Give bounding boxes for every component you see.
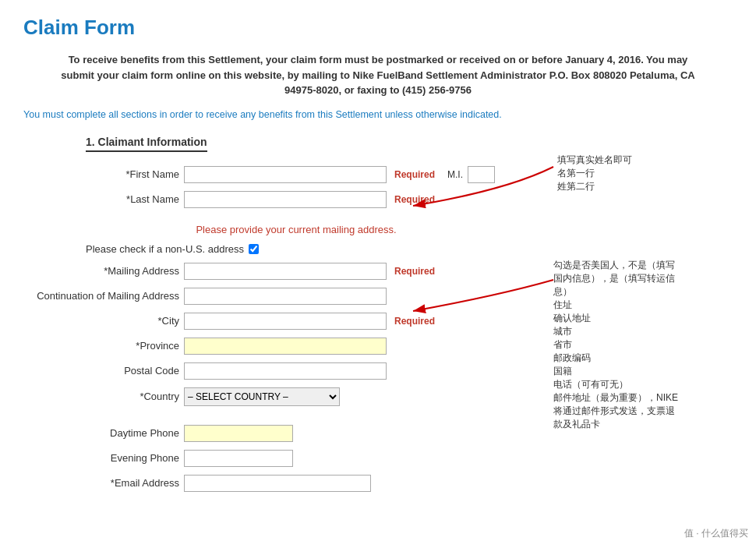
first-name-required: Required [394, 169, 435, 180]
city-row: *City Required [23, 313, 569, 330]
city-input[interactable] [184, 313, 387, 330]
mailing-address-input[interactable] [184, 263, 387, 280]
non-us-label: Please check if a non-U.S. address [86, 243, 244, 255]
postal-code-row: Postal Code [23, 362, 569, 380]
evening-phone-input[interactable] [184, 450, 293, 467]
province-row: *Province [23, 338, 569, 355]
first-name-row: *First Name Required M.I. [23, 166, 569, 183]
svg-text:将通过邮件形式发送，支票退: 将通过邮件形式发送，支票退 [553, 405, 675, 416]
svg-text:填写真实姓名即可: 填写真实姓名即可 [556, 154, 632, 165]
country-select[interactable]: – SELECT COUNTRY – [184, 387, 340, 406]
daytime-phone-label: Daytime Phone [23, 427, 179, 439]
last-name-label: *Last Name [23, 193, 179, 205]
postal-code-label: Postal Code [23, 365, 179, 377]
email-label: *Email Address [23, 477, 179, 489]
page-title: Claim Form [23, 16, 733, 40]
last-name-required: Required [394, 194, 435, 205]
section-heading: 1. Claimant Information [86, 136, 207, 152]
daytime-phone-row: Daytime Phone [23, 425, 569, 442]
notice-box: To receive benefits from this Settlement… [23, 52, 733, 98]
mi-label: M.I. [447, 169, 463, 180]
continuation-input[interactable] [184, 288, 387, 305]
svg-text:国内信息），是（填写转运信: 国内信息），是（填写转运信 [553, 273, 675, 284]
email-row: *Email Address [23, 475, 569, 492]
first-name-input[interactable] [184, 166, 387, 183]
mailing-address-required: Required [394, 266, 435, 277]
province-label: *Province [23, 340, 179, 352]
province-input[interactable] [184, 338, 387, 355]
daytime-phone-input[interactable] [184, 425, 293, 442]
evening-phone-label: Evening Phone [23, 452, 179, 464]
non-us-checkbox[interactable] [249, 244, 259, 254]
address-note: Please provide your current mailing addr… [23, 224, 569, 235]
mailing-address-label: *Mailing Address [23, 265, 179, 277]
svg-text:勾选是否美国人，不是（填写: 勾选是否美国人，不是（填写 [553, 260, 675, 270]
city-label: *City [23, 315, 179, 327]
continuation-row: Continuation of Mailing Address [23, 288, 569, 305]
evening-phone-row: Evening Phone [23, 450, 569, 467]
last-name-row: *Last Name Required [23, 191, 569, 208]
instruction-text: You must complete all sections in order … [23, 109, 733, 120]
postal-code-input[interactable] [184, 362, 387, 380]
country-label: *Country [23, 391, 179, 402]
country-row: *Country – SELECT COUNTRY – [23, 387, 569, 406]
mi-input[interactable] [468, 166, 495, 183]
last-name-input[interactable] [184, 191, 387, 208]
first-name-label: *First Name [23, 168, 179, 180]
mailing-address-row: *Mailing Address Required [23, 263, 569, 280]
non-us-row: Please check if a non-U.S. address [86, 243, 569, 255]
svg-text:邮件地址（最为重要），NIKE: 邮件地址（最为重要），NIKE [553, 392, 678, 403]
city-required: Required [394, 316, 435, 327]
email-input[interactable] [184, 475, 371, 492]
continuation-label: Continuation of Mailing Address [23, 290, 179, 302]
